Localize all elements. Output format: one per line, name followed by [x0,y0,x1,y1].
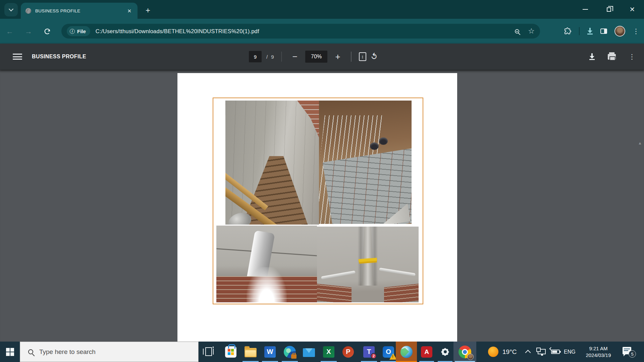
taskbar-app-mail[interactable] [299,342,319,362]
weather-sun-icon[interactable] [488,347,498,357]
pdf-document-title: BUSINESS PROFILE [32,44,86,70]
photo-stairwell-formwork [225,101,319,225]
downloads-button[interactable] [587,28,593,35]
url-text[interactable]: C:/Users/tthusi/Downloads/BETHEL%20INDUS… [96,28,506,35]
browser-menu-button[interactable]: ⋮ [633,28,639,35]
minimize-button[interactable] [574,0,597,19]
photo-collage-frame [213,98,423,304]
tab-close-icon[interactable]: ✕ [126,8,133,14]
star-icon: ☆ [528,27,535,35]
rotate-ccw-button[interactable]: ↺ [369,51,380,62]
side-panel-button[interactable] [600,28,607,34]
info-icon: i [70,29,75,34]
fit-to-page-button[interactable]: ↕ [359,52,366,61]
network-ethernet-icon[interactable] [538,349,546,354]
address-bar[interactable]: i File C:/Users/tthusi/Downloads/BETHEL%… [61,24,540,39]
battery-charging-icon[interactable] [551,350,560,354]
profile-avatar[interactable] [614,26,625,37]
file-explorer-icon [245,348,257,357]
tray-overflow-chevron-icon[interactable] [525,350,531,356]
browser-tab[interactable]: BUSINESS PROFILE ✕ [21,3,138,19]
page-count: / 9 [266,54,274,60]
task-view-icon [205,347,212,356]
reload-icon [44,28,51,35]
notification-count-badge: 5 [629,350,636,358]
taskbar: W X P T 2 O A [0,342,644,362]
photo-ceiling-light [216,226,317,302]
back-button[interactable]: ← [4,25,16,38]
tab-search-button[interactable] [4,3,18,16]
close-button[interactable]: ✕ [621,0,644,19]
language-indicator[interactable]: ENG [564,342,576,362]
taskbar-app-word[interactable]: W [260,342,280,362]
pdf-viewer: Activate Windows Go to Settings to activ… [0,70,644,342]
pdf-page-controls: 9 / 9 − 70% + ↕ ↺ [249,44,378,70]
taskbar-app-settings[interactable] [435,342,455,362]
zoom-level-input[interactable]: 70% [305,51,327,63]
screen: BUSINESS PROFILE ✕ + ✕ ← → i File C:/Use… [0,0,644,362]
new-tab-button[interactable]: + [142,5,154,16]
microsoft-store-icon [225,346,236,358]
download-icon-base [587,34,593,35]
action-center-button[interactable]: 5 [623,346,634,356]
teams-glyph: T [367,348,371,356]
chevron-down-icon [9,7,13,11]
taskbar-app-vpn-attention[interactable] [396,342,417,362]
taskbar-search[interactable] [20,342,199,362]
toolbar-separator [579,27,580,35]
pdf-page [177,73,457,342]
bookmark-button[interactable]: ☆ [528,27,535,35]
zoom-in-button[interactable]: + [332,52,343,62]
taskbar-app-acrobat[interactable]: A [417,342,436,362]
browser-titlebar: BUSINESS PROFILE ✕ + ✕ [0,0,644,19]
reload-button[interactable] [41,25,53,38]
search-icon [28,349,33,354]
pdf-toolbar-separator-2 [351,52,352,62]
taskbar-app-excel[interactable]: X [319,342,338,362]
close-icon: ✕ [630,6,635,13]
page-number-input[interactable]: 9 [249,51,262,62]
file-chip[interactable]: i File [67,26,90,36]
zoom-search-button[interactable] [515,29,519,34]
acrobat-icon: A [421,346,432,358]
briefcase-badge-icon [291,354,297,359]
pdf-menu-button[interactable] [13,53,22,60]
minimize-icon [583,9,588,10]
taskbar-app-store[interactable] [221,342,240,362]
settings-gear-icon [441,348,449,356]
clock[interactable]: 9:21 AM 2024/03/19 [581,342,615,362]
pdf-download-button[interactable] [589,53,595,60]
start-button[interactable] [0,342,20,362]
extensions-puzzle-icon[interactable] [564,27,572,35]
page-separator: / [266,54,268,60]
task-view-button[interactable] [203,346,216,357]
toolbar-actions: ⋮ [564,24,639,39]
page-total: 9 [271,54,274,60]
pdf-more-button[interactable]: ⋮ [629,53,635,60]
scroll-up-icon[interactable]: ▲ [636,141,644,145]
word-icon: W [264,346,276,358]
chrome-profile-avatar [467,354,474,360]
outlook-icon: O [383,346,394,358]
restore-button[interactable] [597,0,621,19]
taskbar-app-chrome-active[interactable] [453,342,476,362]
taskbar-app-teams[interactable]: T 2 [359,342,379,362]
pdf-print-button[interactable] [608,54,616,60]
pdf-toolbar-separator [281,52,282,62]
taskbar-app-powerpoint[interactable]: P [338,342,358,362]
teams-icon: T 2 [363,346,375,358]
windows-logo-icon [6,348,14,356]
search-input[interactable] [39,348,167,356]
teams-notification-badge: 2 [371,353,377,359]
edge-icon [284,346,296,358]
taskbar-app-edge[interactable] [280,342,300,362]
forward-button[interactable]: → [22,25,35,38]
restore-icon [607,7,611,12]
photo-rebar-slab [319,101,412,224]
browser-toolbar: ← → i File C:/Users/tthusi/Downloads/BET… [0,19,644,44]
scrollbar[interactable]: ▲ ▼ [636,139,644,362]
zoom-out-button[interactable]: − [289,52,301,62]
weather-temperature[interactable]: 19°C [502,342,517,362]
taskbar-app-outlook[interactable]: O [379,342,398,362]
taskbar-app-file-explorer[interactable] [241,342,260,362]
